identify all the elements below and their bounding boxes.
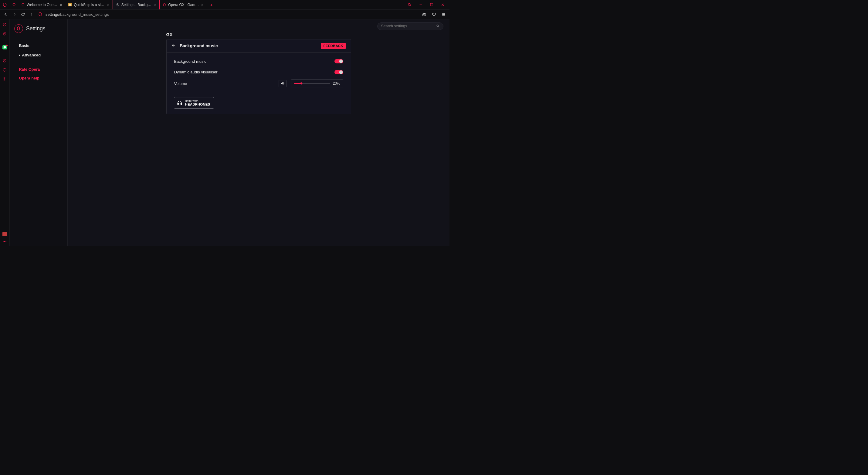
svg-point-8 [39,12,41,16]
nav-basic[interactable]: Basic [16,41,61,51]
url-display[interactable]: settings/background_music_settings [45,12,419,17]
volume-slider-container: 20% [291,80,343,87]
minimize-icon[interactable] [417,1,424,8]
section-heading: GX [166,32,351,37]
nav-advanced[interactable]: Advanced [16,50,61,60]
pinned-app-icon[interactable] [2,232,7,236]
reload-button[interactable] [20,11,26,18]
history-icon[interactable] [2,59,7,63]
back-button[interactable] [2,11,9,18]
svg-point-13 [4,78,5,80]
volume-percent: 20% [333,81,340,86]
row-visualiser-label: Dynamic audio visualiser [174,70,334,74]
forward-button[interactable] [11,11,18,18]
opera-logo-icon [14,24,23,33]
tab-label: QuickSnip is a simple scree [74,3,105,7]
nav-opera-help[interactable]: Opera help [16,74,61,83]
tab-quicksnip[interactable]: QuickSnip is a simple scree ✕ [65,0,112,9]
extensions-icon[interactable] [2,68,7,72]
svg-point-5 [408,3,410,5]
svg-rect-16 [178,103,179,104]
tab-label: Welcome to Opera GX! [27,3,58,7]
svg-point-15 [437,25,439,27]
gear-icon [116,3,119,7]
limiter-icon[interactable] [2,23,7,27]
tab-label: Opera GX | Gaming Browse [168,3,199,7]
opera-menu-icon[interactable] [2,2,7,7]
heart-icon[interactable] [430,11,437,18]
svg-point-14 [17,27,20,30]
address-bar: ⋮ settings/background_music_settings [0,10,450,20]
row-bg-music-label: Background music [174,59,334,64]
headphones-icon [177,100,183,106]
tab-strip: Welcome to Opera GX! ✕ QuickSnip is a si… [18,0,216,9]
close-window-icon[interactable] [439,1,446,8]
sidebar-rail: ••• [0,20,10,246]
close-icon[interactable]: ✕ [60,3,62,7]
search-input[interactable] [381,24,434,28]
gx-control-icon[interactable] [12,3,16,7]
background-music-panel: Background music FEEDBACK Background mus… [166,39,351,114]
opera-icon [21,3,25,6]
nav-rate-opera[interactable]: Rate Opera [16,65,61,74]
toggle-background-music[interactable] [335,59,343,64]
volume-slider[interactable] [294,83,330,84]
search-icon [436,24,439,28]
headphones-big-text: HEADPHONES [185,102,210,106]
url-path: /background_music_settings [59,12,109,17]
sidebar-more-icon[interactable]: ••• [3,240,7,243]
nav-advanced-label: Advanced [22,53,41,57]
site-info-icon[interactable]: ⋮ [28,11,35,18]
page-title: Settings [26,26,45,32]
close-icon[interactable]: ✕ [154,3,157,7]
toggle-visualiser[interactable] [335,70,343,74]
whatsapp-icon[interactable] [2,45,7,50]
svg-rect-17 [181,103,182,104]
snapshot-icon[interactable] [421,11,428,18]
opera-page-icon [38,12,42,17]
svg-point-3 [117,5,118,5]
tab-welcome[interactable]: Welcome to Opera GX! ✕ [18,0,65,9]
tab-operagx-site[interactable]: Opera GX | Gaming Browse ✕ [160,0,207,9]
search-tabs-icon[interactable] [406,1,413,8]
twitch-icon[interactable] [2,32,7,36]
svg-point-10 [424,14,425,15]
svg-point-4 [163,3,165,6]
settings-gear-icon[interactable] [2,77,7,82]
url-host: settings [45,12,59,17]
panel-back-icon[interactable] [172,43,176,48]
feedback-button[interactable]: FEEDBACK [321,43,346,49]
headphones-badge: Better with HEADPHONES [174,97,214,108]
panel-title: Background music [180,43,218,48]
close-icon[interactable]: ✕ [107,3,110,7]
svg-point-0 [3,3,6,7]
tab-label: Settings - Background mus [121,3,152,7]
row-volume-label: Volume [174,81,278,86]
maximize-icon[interactable] [428,1,435,8]
opera-icon [163,3,166,6]
new-tab-button[interactable]: + [207,0,216,9]
tab-settings[interactable]: Settings - Background mus ✕ [113,0,160,9]
settings-main: GX Background music FEEDBACK Background … [68,20,450,246]
settings-search[interactable] [377,23,443,30]
mute-button[interactable] [279,80,287,87]
close-icon[interactable]: ✕ [201,3,204,7]
svg-rect-7 [430,3,433,6]
window-titlebar: Welcome to Opera GX! ✕ QuickSnip is a si… [0,0,450,10]
headphones-small-text: Better with [185,99,210,102]
quicksnip-icon [68,3,72,6]
svg-point-1 [22,3,24,6]
settings-sidebar: Settings Basic Advanced Rate Opera Opera… [10,20,68,246]
easy-setup-icon[interactable] [440,11,447,18]
